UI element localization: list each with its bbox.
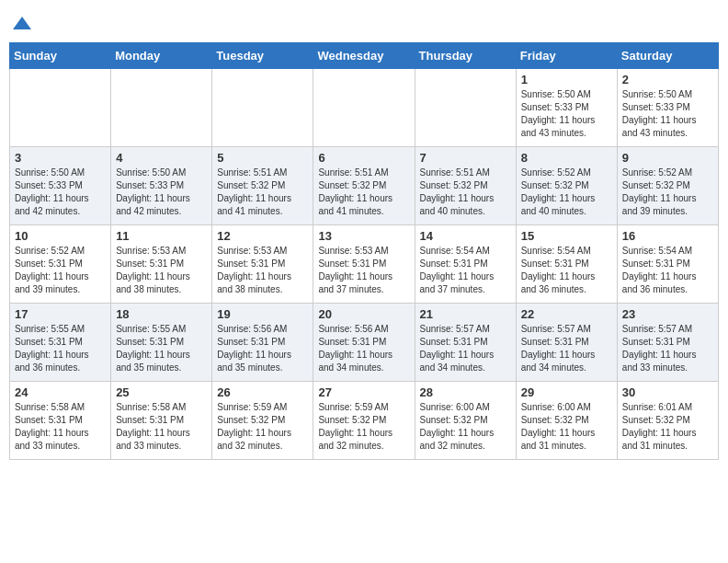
calendar-cell: 29Sunrise: 6:00 AM Sunset: 5:32 PM Dayli… bbox=[516, 382, 617, 460]
day-header-sunday: Sunday bbox=[10, 43, 111, 69]
logo bbox=[9, 13, 33, 35]
calendar-cell: 15Sunrise: 5:54 AM Sunset: 5:31 PM Dayli… bbox=[516, 225, 617, 304]
calendar-cell: 4Sunrise: 5:50 AM Sunset: 5:33 PM Daylig… bbox=[111, 147, 212, 225]
calendar-cell bbox=[212, 69, 313, 147]
day-number: 28 bbox=[420, 385, 511, 399]
day-info: Sunrise: 6:01 AM Sunset: 5:32 PM Dayligh… bbox=[622, 401, 713, 453]
logo-icon bbox=[11, 13, 33, 35]
day-info: Sunrise: 5:58 AM Sunset: 5:31 PM Dayligh… bbox=[15, 401, 106, 453]
day-info: Sunrise: 5:58 AM Sunset: 5:31 PM Dayligh… bbox=[116, 401, 207, 453]
calendar-cell: 22Sunrise: 5:57 AM Sunset: 5:31 PM Dayli… bbox=[516, 304, 617, 382]
day-number: 20 bbox=[318, 307, 409, 321]
day-header-tuesday: Tuesday bbox=[212, 43, 313, 69]
calendar-cell: 5Sunrise: 5:51 AM Sunset: 5:32 PM Daylig… bbox=[212, 147, 313, 225]
calendar-cell: 8Sunrise: 5:52 AM Sunset: 5:32 PM Daylig… bbox=[516, 147, 617, 225]
calendar-cell bbox=[111, 69, 212, 147]
day-number: 26 bbox=[217, 385, 308, 399]
day-number: 7 bbox=[420, 151, 511, 165]
day-info: Sunrise: 5:57 AM Sunset: 5:31 PM Dayligh… bbox=[521, 323, 612, 374]
calendar-cell: 28Sunrise: 6:00 AM Sunset: 5:32 PM Dayli… bbox=[415, 382, 516, 460]
day-info: Sunrise: 5:59 AM Sunset: 5:32 PM Dayligh… bbox=[318, 401, 409, 453]
day-info: Sunrise: 5:50 AM Sunset: 5:33 PM Dayligh… bbox=[521, 88, 612, 140]
day-header-saturday: Saturday bbox=[617, 43, 718, 69]
calendar-week-4: 17Sunrise: 5:55 AM Sunset: 5:31 PM Dayli… bbox=[10, 304, 719, 382]
calendar-cell: 16Sunrise: 5:54 AM Sunset: 5:31 PM Dayli… bbox=[617, 225, 718, 304]
day-info: Sunrise: 5:53 AM Sunset: 5:31 PM Dayligh… bbox=[217, 245, 308, 296]
calendar-table: SundayMondayTuesdayWednesdayThursdayFrid… bbox=[9, 42, 719, 460]
calendar-cell: 24Sunrise: 5:58 AM Sunset: 5:31 PM Dayli… bbox=[10, 382, 111, 460]
day-info: Sunrise: 5:54 AM Sunset: 5:31 PM Dayligh… bbox=[622, 245, 713, 296]
day-info: Sunrise: 5:54 AM Sunset: 5:31 PM Dayligh… bbox=[420, 245, 511, 296]
day-info: Sunrise: 6:00 AM Sunset: 5:32 PM Dayligh… bbox=[521, 401, 612, 453]
calendar-cell: 6Sunrise: 5:51 AM Sunset: 5:32 PM Daylig… bbox=[313, 147, 415, 225]
day-number: 14 bbox=[420, 229, 511, 243]
calendar-cell: 13Sunrise: 5:53 AM Sunset: 5:31 PM Dayli… bbox=[313, 225, 415, 304]
page-header bbox=[9, 9, 719, 35]
calendar-cell: 23Sunrise: 5:57 AM Sunset: 5:31 PM Dayli… bbox=[617, 304, 718, 382]
day-number: 22 bbox=[521, 307, 612, 321]
calendar-week-1: 1Sunrise: 5:50 AM Sunset: 5:33 PM Daylig… bbox=[10, 69, 719, 147]
calendar-cell: 27Sunrise: 5:59 AM Sunset: 5:32 PM Dayli… bbox=[313, 382, 415, 460]
calendar-cell: 11Sunrise: 5:53 AM Sunset: 5:31 PM Dayli… bbox=[111, 225, 212, 304]
day-info: Sunrise: 5:51 AM Sunset: 5:32 PM Dayligh… bbox=[420, 167, 511, 218]
day-number: 17 bbox=[15, 307, 106, 321]
calendar-cell: 9Sunrise: 5:52 AM Sunset: 5:32 PM Daylig… bbox=[617, 147, 718, 225]
calendar-header-row: SundayMondayTuesdayWednesdayThursdayFrid… bbox=[10, 43, 719, 69]
day-info: Sunrise: 5:51 AM Sunset: 5:32 PM Dayligh… bbox=[318, 167, 409, 218]
day-header-thursday: Thursday bbox=[415, 43, 516, 69]
day-number: 15 bbox=[521, 229, 612, 243]
calendar-cell bbox=[313, 69, 415, 147]
day-number: 24 bbox=[15, 385, 106, 399]
day-info: Sunrise: 5:52 AM Sunset: 5:32 PM Dayligh… bbox=[622, 167, 713, 218]
calendar-week-2: 3Sunrise: 5:50 AM Sunset: 5:33 PM Daylig… bbox=[10, 147, 719, 225]
calendar-cell: 18Sunrise: 5:55 AM Sunset: 5:31 PM Dayli… bbox=[111, 304, 212, 382]
calendar-cell: 17Sunrise: 5:55 AM Sunset: 5:31 PM Dayli… bbox=[10, 304, 111, 382]
day-number: 25 bbox=[116, 385, 207, 399]
calendar-cell: 25Sunrise: 5:58 AM Sunset: 5:31 PM Dayli… bbox=[111, 382, 212, 460]
day-number: 23 bbox=[622, 307, 713, 321]
day-number: 4 bbox=[116, 151, 207, 165]
day-number: 27 bbox=[318, 385, 409, 399]
day-info: Sunrise: 6:00 AM Sunset: 5:32 PM Dayligh… bbox=[420, 401, 511, 453]
day-number: 9 bbox=[622, 151, 713, 165]
calendar-week-3: 10Sunrise: 5:52 AM Sunset: 5:31 PM Dayli… bbox=[10, 225, 719, 304]
calendar-cell: 19Sunrise: 5:56 AM Sunset: 5:31 PM Dayli… bbox=[212, 304, 313, 382]
day-number: 16 bbox=[622, 229, 713, 243]
day-info: Sunrise: 5:50 AM Sunset: 5:33 PM Dayligh… bbox=[622, 88, 713, 140]
calendar-cell: 3Sunrise: 5:50 AM Sunset: 5:33 PM Daylig… bbox=[10, 147, 111, 225]
day-info: Sunrise: 5:50 AM Sunset: 5:33 PM Dayligh… bbox=[15, 167, 106, 218]
day-header-wednesday: Wednesday bbox=[313, 43, 415, 69]
day-info: Sunrise: 5:54 AM Sunset: 5:31 PM Dayligh… bbox=[521, 245, 612, 296]
calendar-cell: 14Sunrise: 5:54 AM Sunset: 5:31 PM Dayli… bbox=[415, 225, 516, 304]
day-number: 13 bbox=[318, 229, 409, 243]
day-number: 11 bbox=[116, 229, 207, 243]
day-number: 19 bbox=[217, 307, 308, 321]
calendar-cell: 30Sunrise: 6:01 AM Sunset: 5:32 PM Dayli… bbox=[617, 382, 718, 460]
calendar-cell: 10Sunrise: 5:52 AM Sunset: 5:31 PM Dayli… bbox=[10, 225, 111, 304]
calendar-cell bbox=[415, 69, 516, 147]
calendar-cell bbox=[10, 69, 111, 147]
day-number: 21 bbox=[420, 307, 511, 321]
day-info: Sunrise: 5:50 AM Sunset: 5:33 PM Dayligh… bbox=[116, 167, 207, 218]
day-info: Sunrise: 5:52 AM Sunset: 5:31 PM Dayligh… bbox=[15, 245, 106, 296]
calendar-cell: 12Sunrise: 5:53 AM Sunset: 5:31 PM Dayli… bbox=[212, 225, 313, 304]
day-number: 2 bbox=[622, 73, 713, 86]
day-number: 10 bbox=[15, 229, 106, 243]
day-header-friday: Friday bbox=[516, 43, 617, 69]
day-info: Sunrise: 5:53 AM Sunset: 5:31 PM Dayligh… bbox=[318, 245, 409, 296]
day-number: 12 bbox=[217, 229, 308, 243]
day-number: 6 bbox=[318, 151, 409, 165]
day-info: Sunrise: 5:59 AM Sunset: 5:32 PM Dayligh… bbox=[217, 401, 308, 453]
day-info: Sunrise: 5:57 AM Sunset: 5:31 PM Dayligh… bbox=[622, 323, 713, 374]
day-number: 30 bbox=[622, 385, 713, 399]
day-number: 5 bbox=[217, 151, 308, 165]
day-number: 8 bbox=[521, 151, 612, 165]
day-header-monday: Monday bbox=[111, 43, 212, 69]
day-info: Sunrise: 5:53 AM Sunset: 5:31 PM Dayligh… bbox=[116, 245, 207, 296]
day-info: Sunrise: 5:56 AM Sunset: 5:31 PM Dayligh… bbox=[318, 323, 409, 374]
calendar-cell: 21Sunrise: 5:57 AM Sunset: 5:31 PM Dayli… bbox=[415, 304, 516, 382]
day-number: 18 bbox=[116, 307, 207, 321]
day-number: 3 bbox=[15, 151, 106, 165]
calendar-cell: 2Sunrise: 5:50 AM Sunset: 5:33 PM Daylig… bbox=[617, 69, 718, 147]
calendar-cell: 1Sunrise: 5:50 AM Sunset: 5:33 PM Daylig… bbox=[516, 69, 617, 147]
